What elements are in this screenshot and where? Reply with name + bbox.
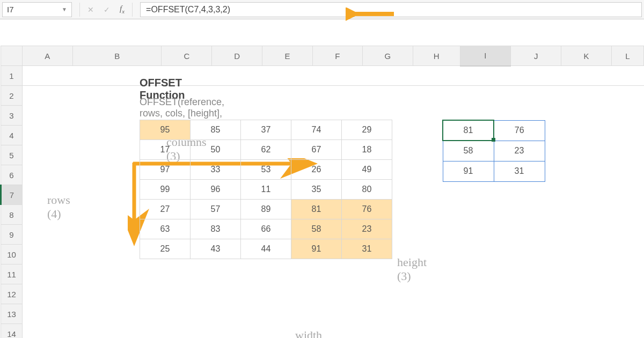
cell[interactable]: 31	[494, 161, 545, 181]
select-all-corner[interactable]	[1, 46, 23, 66]
fx-icon[interactable]: fx	[120, 4, 125, 14]
formula-bar: I7 ▼ ✕ ✓ fx =OFFSET(C7,4,3,3,2)	[0, 0, 644, 19]
col-header[interactable]: E	[262, 46, 313, 66]
cell[interactable]: 58	[291, 219, 342, 239]
col-header[interactable]: I	[460, 46, 511, 66]
source-data-table: 95 85 37 74 29 17 50 62 67 18 97 33 53 2…	[140, 120, 392, 259]
cell[interactable]: 62	[241, 140, 291, 160]
cell[interactable]: 83	[191, 219, 241, 239]
cell[interactable]: 35	[291, 180, 342, 200]
row-header[interactable]: 11	[1, 264, 23, 284]
cell[interactable]: 31	[342, 239, 392, 259]
col-header[interactable]: L	[612, 46, 644, 66]
row-header[interactable]: 3	[1, 106, 23, 126]
divider	[132, 3, 133, 17]
cell[interactable]: 23	[494, 141, 545, 161]
cell[interactable]: 95	[140, 120, 191, 140]
row-header[interactable]: 10	[1, 245, 23, 264]
name-box-value: I7	[7, 5, 14, 14]
col-header[interactable]: H	[413, 46, 460, 66]
cell[interactable]: 27	[140, 200, 191, 219]
cell[interactable]: 85	[191, 120, 241, 140]
arrow-annotation-icon	[346, 8, 399, 23]
cell[interactable]: 25	[140, 239, 191, 259]
name-box[interactable]: I7 ▼	[2, 2, 72, 17]
cell[interactable]: 53	[241, 160, 291, 180]
cell[interactable]: 58	[443, 141, 494, 161]
cell[interactable]: 50	[191, 140, 241, 160]
annotation-rows: rows (4)	[47, 193, 70, 221]
cell[interactable]: 89	[241, 200, 291, 219]
row-header[interactable]: 13	[1, 304, 23, 324]
fill-handle[interactable]	[492, 138, 495, 142]
cell-active[interactable]: 81	[443, 120, 494, 141]
row-header[interactable]: 8	[1, 205, 23, 225]
cell[interactable]: 80	[342, 180, 392, 200]
cell[interactable]: 33	[191, 160, 241, 180]
annotation-width: width (2)	[295, 328, 322, 338]
cancel-icon[interactable]: ✕	[87, 5, 94, 14]
row-header[interactable]: 4	[1, 126, 23, 145]
cell[interactable]: 97	[140, 160, 191, 180]
col-header[interactable]: D	[212, 46, 262, 66]
cell[interactable]: 96	[191, 180, 241, 200]
col-header[interactable]: B	[72, 46, 162, 66]
cell[interactable]: 37	[241, 120, 291, 140]
cell[interactable]: 76	[494, 120, 545, 141]
cell[interactable]: 81	[291, 200, 342, 219]
cell[interactable]: 43	[191, 239, 241, 259]
cell[interactable]: 63	[140, 219, 191, 239]
col-header[interactable]: G	[362, 46, 413, 66]
cell[interactable]: 17	[140, 140, 191, 160]
enter-icon[interactable]: ✓	[104, 5, 110, 14]
cell[interactable]: 23	[342, 219, 392, 239]
col-header[interactable]: C	[162, 46, 212, 66]
chevron-down-icon[interactable]: ▼	[62, 6, 67, 12]
cell[interactable]: 91	[443, 161, 494, 181]
col-header[interactable]: J	[511, 46, 561, 66]
row-header[interactable]: 1	[1, 66, 23, 86]
cell[interactable]: 74	[291, 120, 342, 140]
row-header[interactable]: 12	[1, 284, 23, 304]
cell[interactable]: 49	[342, 160, 392, 180]
cell[interactable]: 26	[291, 160, 342, 180]
annotation-height: height (3)	[397, 255, 427, 283]
row-header[interactable]: 2	[1, 86, 23, 106]
row-header[interactable]: 6	[1, 165, 23, 185]
divider	[79, 3, 80, 17]
row-header[interactable]: 14	[1, 324, 23, 339]
row-header[interactable]: 9	[1, 225, 23, 245]
cell[interactable]: 91	[291, 239, 342, 259]
formula-bar-controls: ✕ ✓ fx	[87, 4, 125, 14]
cell[interactable]: 57	[191, 200, 241, 219]
cell[interactable]: 29	[342, 120, 392, 140]
cell[interactable]: 44	[241, 239, 291, 259]
cell[interactable]: 18	[342, 140, 392, 160]
row-header[interactable]: 5	[1, 145, 23, 165]
cell[interactable]: 66	[241, 219, 291, 239]
cell[interactable]: 11	[241, 180, 291, 200]
cell[interactable]: 67	[291, 140, 342, 160]
col-header[interactable]: F	[313, 46, 363, 66]
row-header[interactable]: 7	[1, 185, 23, 205]
cell[interactable]: 99	[140, 180, 191, 200]
cell[interactable]: 76	[342, 200, 392, 219]
col-header[interactable]: A	[22, 46, 72, 66]
formula-text: =OFFSET(C7,4,3,3,2)	[146, 5, 230, 14]
result-table: 81 76 58 23 91 31	[442, 120, 545, 182]
col-header[interactable]: K	[561, 46, 612, 66]
